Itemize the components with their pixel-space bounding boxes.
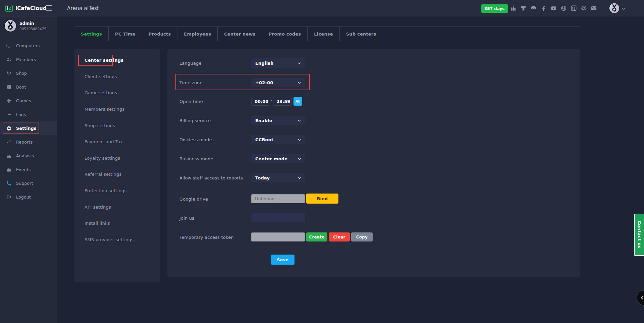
sidebar-item-label: Events — [16, 167, 31, 172]
staff-reports-value: Today — [255, 175, 270, 180]
google-drive-bind-button[interactable]: Bind — [306, 194, 338, 204]
open-time-from-value: 00:00 — [255, 99, 268, 104]
topbar-divider — [57, 0, 57, 16]
token-create-button[interactable]: Create — [306, 232, 327, 241]
tab-settings[interactable]: Settings — [74, 27, 109, 41]
sidebar-item-label: Logout — [16, 195, 31, 200]
sidebar-item-reports[interactable]: Reports — [0, 135, 57, 149]
sidebar-item-boot[interactable]: Boot — [0, 80, 57, 94]
billing-service-select[interactable]: Enable — [251, 116, 305, 125]
menu-item-loyalty-settings[interactable]: Loyalty settings — [74, 153, 160, 164]
menu-item-protection-settings[interactable]: Protection settings — [74, 185, 160, 197]
app-logo[interactable]: i2 iCafeCloud — [5, 0, 47, 16]
mail-icon[interactable] — [590, 5, 597, 12]
sidebar-item-logout[interactable]: Logout — [0, 190, 57, 204]
chevron-down-icon — [297, 138, 302, 142]
open-time-to-value: 23:59 — [276, 99, 290, 104]
language-select[interactable]: English — [251, 58, 305, 68]
menu-toggle-icon[interactable] — [46, 5, 52, 11]
sidebar-item-label: Settings — [16, 126, 37, 131]
menu-item-payment-and-tax[interactable]: Payment and Tax — [74, 136, 160, 148]
diskless-mode-value: CCBoot — [255, 137, 273, 142]
open-time-to-input[interactable]: 23:59 — [273, 97, 292, 106]
join-us-input[interactable] — [251, 213, 305, 222]
access-token-input — [251, 232, 305, 241]
icafecloud-icon[interactable] — [570, 5, 577, 12]
business-mode-select[interactable]: Center mode — [251, 154, 305, 163]
list-icon — [6, 112, 12, 117]
billing-service-label: Billing service — [179, 118, 211, 123]
tab-sub-centers[interactable]: Sub centers — [340, 27, 383, 41]
save-button[interactable]: Save — [271, 255, 294, 265]
menu-item-shop-settings[interactable]: Shop settings — [74, 120, 160, 131]
time-zone-select[interactable]: +02:00 — [251, 78, 305, 87]
open-time-label: Open time — [179, 99, 203, 104]
sidebar-item-logs[interactable]: Logs — [0, 108, 57, 121]
menu-item-center-settings[interactable]: Center settings — [74, 55, 160, 66]
discord-icon[interactable] — [530, 5, 537, 12]
sidebar-item-events[interactable]: Events — [0, 163, 57, 176]
menu-item-client-settings[interactable]: Client settings — [74, 71, 160, 83]
area-chart-icon — [6, 153, 12, 159]
menu-item-game-settings[interactable]: Game settings — [74, 87, 160, 99]
menu-item-install-links[interactable]: Install links — [74, 218, 160, 229]
tab-center-news[interactable]: Center news — [218, 27, 262, 41]
topbar: i2 iCafeCloud Arena aiTest 357 days — [0, 0, 644, 16]
ranking-icon[interactable] — [510, 5, 517, 12]
tab-promo-codes[interactable]: Promo codes — [262, 27, 308, 41]
user-avatar[interactable] — [609, 3, 620, 13]
menu-item-members-settings[interactable]: Members settings — [74, 104, 160, 115]
app-logo-text: iCafeCloud — [15, 5, 47, 11]
staff-reports-select[interactable]: Today — [251, 173, 305, 182]
tab-pc-time[interactable]: PC Time — [109, 27, 142, 41]
line-chart-icon — [6, 139, 12, 145]
trophy-icon[interactable] — [520, 5, 527, 12]
globe-icon[interactable] — [560, 5, 567, 12]
time-zone-value: +02:00 — [255, 80, 273, 85]
sidebar-user-block[interactable]: admin 005193482475 — [4, 20, 46, 32]
menu-item-api-settings[interactable]: API settings — [74, 202, 160, 213]
token-copy-button[interactable]: Copy — [351, 232, 373, 241]
settings-menu-panel: Center settings Client settings Game set… — [74, 49, 160, 282]
icafecloud-logo-icon: i2 — [5, 5, 13, 12]
sidebar-item-members[interactable]: Members — [0, 53, 57, 66]
license-days-badge[interactable]: 357 days — [481, 4, 508, 13]
user-menu-chevron-down-icon[interactable] — [621, 6, 626, 11]
sidebar-item-label: Logs — [16, 112, 26, 117]
windows-icon — [6, 84, 12, 90]
chevron-left-icon — [640, 295, 644, 301]
tab-products[interactable]: Products — [142, 27, 178, 41]
user-id: 005193482475 — [19, 27, 46, 31]
menu-item-referral-settings[interactable]: Referral settings — [74, 169, 160, 180]
layers-icon[interactable] — [580, 5, 587, 12]
diskless-mode-select[interactable]: CCBoot — [251, 135, 305, 144]
open-time-all-button[interactable]: All — [293, 97, 302, 106]
monitor-icon — [6, 43, 12, 49]
sidebar-item-label: Shop — [16, 71, 27, 76]
tab-license[interactable]: License — [308, 27, 339, 41]
sidebar-item-settings[interactable]: Settings — [0, 121, 57, 135]
access-token-label: Temporary access token — [179, 235, 234, 240]
gear-icon — [6, 125, 12, 131]
join-us-label: Join us — [179, 216, 194, 221]
sidebar-item-label: Members — [16, 57, 36, 62]
facebook-icon[interactable] — [540, 5, 547, 12]
youtube-icon[interactable] — [550, 5, 557, 12]
main-content: Settings PC Time Products Employees Cent… — [57, 16, 644, 323]
contact-us-tab[interactable]: Contact us — [634, 214, 644, 256]
google-drive-label: Google drive — [179, 197, 208, 202]
tab-employees[interactable]: Employees — [177, 27, 218, 41]
token-clear-button[interactable]: Clear — [329, 232, 350, 241]
sidebar-item-shop[interactable]: Shop — [0, 66, 57, 80]
menu-item-sms-provider-settings[interactable]: SMS provider settings — [74, 234, 160, 246]
chevron-down-icon — [297, 61, 302, 65]
billing-service-value: Enable — [255, 118, 272, 123]
sidebar-item-games[interactable]: Games — [0, 94, 57, 107]
sidebar-item-analysis[interactable]: Analysis — [0, 149, 57, 162]
tab-bar: Settings PC Time Products Employees Cent… — [74, 27, 382, 41]
open-time-from-input[interactable]: 00:00 — [251, 97, 270, 106]
center-settings-form: Language English Time zone +02:00 Open t… — [167, 49, 580, 277]
sidebar-item-computers[interactable]: Computers — [0, 39, 57, 52]
sidebar-item-support[interactable]: Support — [0, 176, 57, 190]
business-mode-value: Center mode — [255, 156, 287, 161]
